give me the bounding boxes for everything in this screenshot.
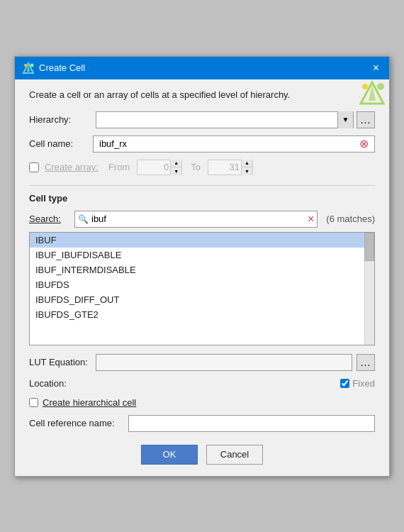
- from-spin-buttons: ▲ ▼: [170, 160, 181, 175]
- create-array-checkbox[interactable]: [29, 162, 39, 172]
- search-label: Search:: [29, 214, 69, 224]
- lut-label: LUT Equation:: [29, 357, 93, 367]
- list-item[interactable]: IBUF_IBUFDISABLE: [30, 248, 374, 262]
- location-label: Location:: [29, 378, 340, 389]
- hierarchy-select[interactable]: [96, 112, 337, 128]
- list-item[interactable]: IBUF_INTERMDISABLE: [30, 262, 374, 277]
- hierarchy-row: Hierarchy: ▼ ...: [29, 111, 375, 128]
- search-row: Search: 🔍 × (6 matches): [29, 211, 375, 228]
- fixed-checkbox-wrapper: Fixed: [340, 378, 375, 389]
- location-row: Location: Fixed: [29, 378, 375, 389]
- list-item[interactable]: IBUFDS_GTE2: [30, 307, 374, 322]
- to-value[interactable]: [208, 160, 241, 174]
- cell-name-clear-icon[interactable]: ⊗: [357, 137, 371, 150]
- svg-point-3: [24, 64, 27, 67]
- list-item[interactable]: IBUFDS: [30, 277, 374, 292]
- list-scrollbar[interactable]: [364, 233, 374, 345]
- fixed-label: Fixed: [352, 378, 375, 389]
- create-hierarchical-label: Create hierarchical cell: [43, 397, 136, 408]
- to-spin-down[interactable]: ▼: [242, 167, 252, 175]
- to-spin-buttons: ▲ ▼: [241, 160, 252, 175]
- title-bar: Create Cell ×: [15, 57, 389, 79]
- cell-name-field[interactable]: [96, 136, 357, 152]
- divider-1: [29, 185, 375, 186]
- list-item[interactable]: IBUF: [30, 233, 374, 248]
- scrollbar-thumb[interactable]: [364, 233, 374, 261]
- search-box-wrapper: 🔍 ×: [74, 211, 318, 228]
- search-clear-icon[interactable]: ×: [308, 213, 314, 226]
- create-hierarchical-row: Create hierarchical cell: [29, 397, 375, 408]
- cell-name-label: Cell name:: [29, 138, 93, 149]
- hierarchy-dropdown-arrow[interactable]: ▼: [337, 111, 353, 128]
- svg-point-2: [30, 63, 34, 67]
- create-cell-dialog: Create Cell × Create a cell or an array …: [14, 56, 390, 477]
- create-array-row: Create array: From ▲ ▼ To ▲ ▼: [29, 160, 375, 175]
- create-array-label: Create array:: [45, 162, 99, 172]
- svg-point-7: [362, 84, 368, 89]
- close-button[interactable]: ×: [370, 62, 382, 74]
- to-label: To: [191, 162, 201, 172]
- cell-name-input-wrapper: ⊗: [93, 135, 375, 153]
- to-spin-up[interactable]: ▲: [242, 160, 252, 168]
- dialog-body: Create a cell or an array of cells at a …: [15, 79, 389, 476]
- dialog-title: Create Cell: [39, 62, 85, 73]
- list-items-container: IBUFIBUF_IBUFDISABLEIBUF_INTERMDISABLEIB…: [30, 233, 374, 322]
- lut-input-wrapper: [96, 354, 352, 371]
- create-array-text: Create array:: [45, 162, 99, 172]
- from-spin-down[interactable]: ▼: [171, 167, 181, 175]
- cancel-button[interactable]: Cancel: [206, 445, 263, 465]
- from-label: From: [108, 162, 130, 172]
- cell-type-list[interactable]: IBUFIBUF_IBUFDISABLEIBUF_INTERMDISABLEIB…: [29, 232, 375, 345]
- from-spinner: ▲ ▼: [137, 160, 182, 175]
- search-input[interactable]: [91, 214, 305, 224]
- button-row: OK Cancel: [29, 442, 375, 466]
- list-item[interactable]: IBUFDS_DIFF_OUT: [30, 292, 374, 307]
- cell-reference-row: Cell reference name:: [29, 415, 375, 432]
- hierarchy-dots-button[interactable]: ...: [357, 111, 375, 128]
- svg-point-6: [377, 83, 384, 90]
- search-icon: 🔍: [78, 214, 89, 224]
- from-spin-up[interactable]: ▲: [171, 160, 181, 168]
- cell-type-section-title: Cell type: [29, 193, 375, 204]
- cell-reference-field[interactable]: [128, 415, 375, 432]
- hierarchy-label: Hierarchy:: [29, 114, 93, 125]
- match-count: (6 matches): [326, 214, 375, 224]
- cell-reference-label: Cell reference name:: [29, 418, 128, 428]
- ok-button[interactable]: OK: [141, 445, 198, 465]
- fixed-checkbox[interactable]: [340, 379, 349, 388]
- lut-equation-field[interactable]: [99, 357, 349, 367]
- from-value[interactable]: [138, 160, 170, 174]
- logo-icon: [358, 79, 386, 108]
- cell-name-row: Cell name: ⊗: [29, 135, 375, 153]
- to-spinner: ▲ ▼: [208, 160, 253, 175]
- hierarchy-combo[interactable]: ▼: [96, 111, 354, 128]
- dialog-description: Create a cell or an array of cells at a …: [29, 89, 375, 100]
- lut-dots-button[interactable]: ...: [357, 354, 375, 371]
- app-icon: [22, 62, 35, 74]
- title-bar-left: Create Cell: [22, 62, 85, 74]
- logo-area: [358, 79, 386, 110]
- search-label-text: Search:: [29, 214, 61, 224]
- create-hierarchical-text: Create hierarchical cell: [43, 397, 136, 408]
- create-hierarchical-checkbox[interactable]: [29, 398, 38, 407]
- lut-equation-row: LUT Equation: ...: [29, 354, 375, 371]
